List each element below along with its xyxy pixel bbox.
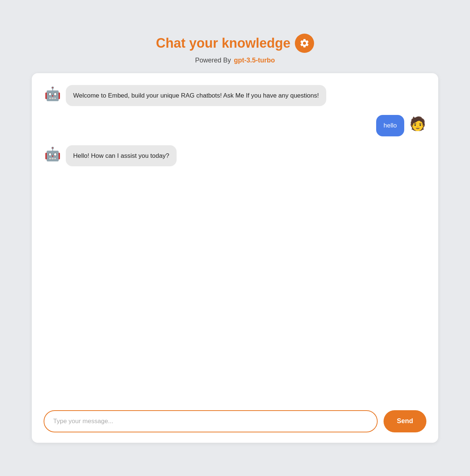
- message-input[interactable]: [44, 410, 378, 432]
- message-row: 🧑hello: [44, 115, 426, 136]
- send-button[interactable]: Send: [384, 410, 426, 432]
- message-row: 🤖Hello! How can I assist you today?: [44, 145, 426, 167]
- powered-by-label: Powered By: [195, 57, 231, 64]
- chat-window: 🤖Welcome to Embed, build your unique RAG…: [32, 73, 438, 443]
- app-title: Chat your knowledge: [156, 35, 290, 51]
- settings-button[interactable]: [295, 34, 314, 53]
- model-name: gpt-3.5-turbo: [234, 57, 275, 64]
- title-row: Chat your knowledge: [156, 34, 314, 53]
- avatar: 🤖: [44, 145, 61, 163]
- app-container: Chat your knowledge Powered By gpt-3.5-t…: [0, 19, 470, 458]
- message-row: 🤖Welcome to Embed, build your unique RAG…: [44, 85, 426, 106]
- avatar: 🧑: [409, 115, 426, 133]
- gear-icon: [299, 38, 310, 48]
- powered-by-row: Powered By gpt-3.5-turbo: [195, 57, 275, 64]
- bot-message-bubble: Welcome to Embed, build your unique RAG …: [66, 85, 326, 106]
- messages-area: 🤖Welcome to Embed, build your unique RAG…: [44, 85, 426, 398]
- bot-message-bubble: Hello! How can I assist you today?: [66, 145, 177, 167]
- input-area: Send: [44, 410, 426, 432]
- avatar: 🤖: [44, 85, 61, 103]
- header: Chat your knowledge Powered By gpt-3.5-t…: [156, 34, 314, 64]
- user-message-bubble: hello: [376, 115, 404, 136]
